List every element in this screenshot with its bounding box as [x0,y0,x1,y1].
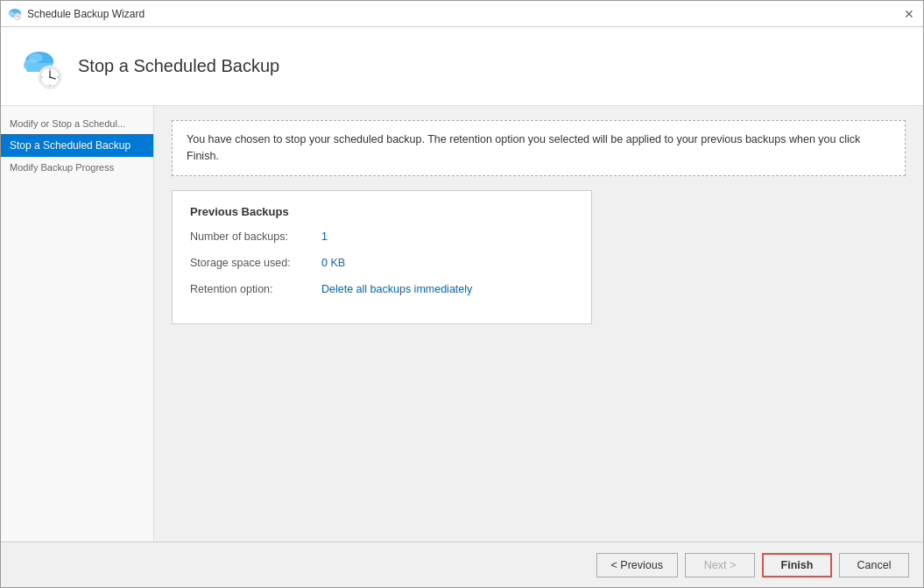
footer: < Previous Next > Finish Cancel [1,542,923,587]
sidebar: Modify or Stop a Schedul... Stop a Sched… [1,106,154,542]
titlebar: Schedule Backup Wizard ✕ [1,1,923,27]
info-text: You have chosen to stop your scheduled b… [187,133,860,162]
details-box: Previous Backups Number of backups: 1 St… [172,190,592,324]
detail-row-backups: Number of backups: 1 [190,230,574,243]
main-window: Schedule Backup Wizard ✕ [0,0,924,588]
detail-row-storage: Storage space used: 0 KB [190,257,574,269]
svg-point-1 [9,11,14,16]
finish-button[interactable]: Finish [762,553,832,577]
svg-point-10 [29,53,43,62]
close-button[interactable]: ✕ [902,7,916,21]
titlebar-title: Schedule Backup Wizard [27,8,145,20]
titlebar-left: Schedule Backup Wizard [8,7,145,21]
page-title: Stop a Scheduled Backup [78,56,279,76]
sidebar-item-modify-or-stop[interactable]: Modify or Stop a Schedul... [1,113,153,134]
main-content: You have chosen to stop your scheduled b… [154,106,923,542]
detail-row-retention: Retention option: Delete all backups imm… [190,283,574,295]
detail-label-storage: Storage space used: [190,257,321,269]
detail-label-backups: Number of backups: [190,230,321,243]
previous-button[interactable]: < Previous [596,553,678,577]
titlebar-app-icon [8,7,22,21]
header: Stop a Scheduled Backup [1,27,923,106]
details-section-title: Previous Backups [190,205,574,218]
sidebar-item-modify-backup-progress[interactable]: Modify Backup Progress [1,157,153,178]
header-icon [18,44,64,89]
detail-value-retention: Delete all backups immediately [321,283,472,295]
info-box: You have chosen to stop your scheduled b… [172,120,906,176]
detail-label-retention: Retention option: [190,283,321,295]
svg-point-15 [49,75,51,77]
cancel-button[interactable]: Cancel [839,553,909,577]
content-area: Modify or Stop a Schedul... Stop a Sched… [1,106,923,542]
sidebar-item-stop-scheduled-backup[interactable]: Stop a Scheduled Backup [1,134,153,157]
detail-value-backups: 1 [321,230,328,243]
detail-value-storage: 0 KB [321,257,345,269]
next-button[interactable]: Next > [685,553,755,577]
